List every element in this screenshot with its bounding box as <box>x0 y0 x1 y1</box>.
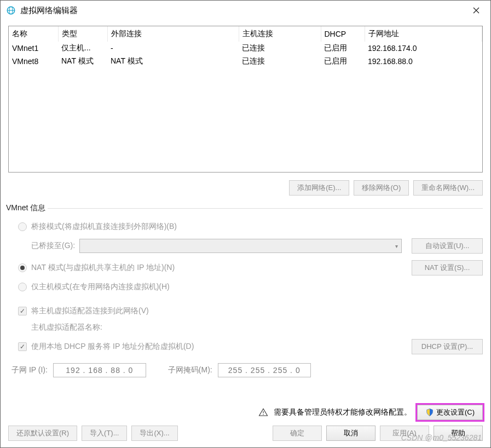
cell-host: 已连接 <box>239 55 321 68</box>
ok-button[interactable]: 确定 <box>273 426 322 441</box>
subnet-mask-label: 子网掩码(M): <box>168 365 212 375</box>
remove-network-button[interactable]: 移除网络(O) <box>354 180 409 196</box>
change-settings-label: 更改设置(C) <box>436 407 475 417</box>
import-button[interactable]: 导入(T)... <box>82 426 127 441</box>
vmnet-info-legend: VMnet 信息 <box>6 203 48 213</box>
titlebar: 虚拟网络编辑器 <box>1 1 490 20</box>
bridge-mode-row: 桥接模式(将虚拟机直接连接到外部网络)(B) <box>8 219 483 235</box>
bridge-to-combo[interactable]: ▾ <box>79 239 402 253</box>
nat-settings-button[interactable]: NAT 设置(S)... <box>412 260 483 275</box>
bridge-to-label: 已桥接至(G): <box>31 241 75 251</box>
col-host-conn[interactable]: 主机连接 <box>239 26 321 42</box>
subnet-ip-input[interactable]: 192 . 168 . 88 . 0 <box>53 363 146 377</box>
cell-dhcp: 已启用 <box>321 55 365 68</box>
connect-host-label: 将主机虚拟适配器连接到此网络(V) <box>31 306 149 316</box>
close-button[interactable] <box>464 2 488 19</box>
cell-subnet: 192.168.88.0 <box>365 55 482 68</box>
col-dhcp[interactable]: DHCP <box>321 26 365 42</box>
nat-radio-label: NAT 模式(与虚拟机共享主机的 IP 地址)(N) <box>31 263 175 273</box>
table-header-row: 名称 类型 外部连接 主机连接 DHCP 子网地址 <box>9 26 482 42</box>
subnet-ip-label: 子网 IP (I): <box>11 365 48 375</box>
bridge-radio-label: 桥接模式(将虚拟机直接连接到外部网络)(B) <box>31 222 177 232</box>
nat-radio[interactable] <box>18 263 27 272</box>
warning-icon <box>258 407 268 417</box>
dhcp-row: 使用本地 DHCP 服务将 IP 地址分配给虚拟机(D) DHCP 设置(P).… <box>8 336 483 358</box>
apply-button[interactable]: 应用(A) <box>380 426 429 441</box>
network-table[interactable]: 名称 类型 外部连接 主机连接 DHCP 子网地址 VMnet1 仅主机... … <box>8 26 483 173</box>
cell-ext: - <box>107 42 239 55</box>
dhcp-check[interactable] <box>18 342 27 351</box>
hostonly-radio-label: 仅主机模式(在专用网络内连接虚拟机)(H) <box>31 282 170 292</box>
vmnet-info-group: VMnet 信息 桥接模式(将虚拟机直接连接到外部网络)(B) 已桥接至(G):… <box>8 203 483 381</box>
cell-subnet: 192.168.174.0 <box>365 42 482 55</box>
connect-host-check[interactable] <box>18 307 27 315</box>
nat-mode-row: NAT 模式(与虚拟机共享主机的 IP 地址)(N) NAT 设置(S)... <box>8 257 483 279</box>
col-type[interactable]: 类型 <box>58 26 107 42</box>
col-subnet[interactable]: 子网地址 <box>365 26 482 42</box>
cell-name: VMnet1 <box>9 42 58 55</box>
shield-icon <box>425 408 434 417</box>
admin-message: 需要具备管理员特权才能修改网络配置。 <box>274 407 412 417</box>
restore-defaults-button[interactable]: 还原默认设置(R) <box>8 426 77 441</box>
export-button[interactable]: 导出(X)... <box>131 426 177 441</box>
hostonly-mode-row: 仅主机模式(在专用网络内连接虚拟机)(H) <box>8 279 483 295</box>
adapter-name-row: 主机虚拟适配器名称: <box>8 319 483 336</box>
table-row[interactable]: VMnet8 NAT 模式 NAT 模式 已连接 已启用 192.168.88.… <box>9 55 482 68</box>
bridge-to-row: 已桥接至(G): ▾ 自动设置(U)... <box>8 235 483 257</box>
dhcp-check-label: 使用本地 DHCP 服务将 IP 地址分配给虚拟机(D) <box>31 342 194 352</box>
cell-ext: NAT 模式 <box>107 55 239 68</box>
rename-network-button[interactable]: 重命名网络(W)... <box>413 180 483 196</box>
help-button[interactable]: 帮助 <box>434 426 483 441</box>
svg-point-6 <box>263 414 264 415</box>
bridge-radio[interactable] <box>18 222 27 231</box>
connect-host-row: 将主机虚拟适配器连接到此网络(V) <box>8 303 483 319</box>
admin-notice-row: 需要具备管理员特权才能修改网络配置。 更改设置(C) <box>8 405 483 426</box>
adapter-name-label: 主机虚拟适配器名称: <box>31 323 102 332</box>
window-title: 虚拟网络编辑器 <box>20 5 464 16</box>
cell-dhcp: 已启用 <box>321 42 365 55</box>
table-row[interactable]: VMnet1 仅主机... - 已连接 已启用 192.168.174.0 <box>9 42 482 55</box>
col-external[interactable]: 外部连接 <box>107 26 239 42</box>
cell-type: NAT 模式 <box>58 55 107 68</box>
change-settings-button[interactable]: 更改设置(C) <box>417 405 483 420</box>
add-network-button[interactable]: 添加网络(E)... <box>289 180 349 196</box>
cell-type: 仅主机... <box>58 42 107 55</box>
auto-settings-button[interactable]: 自动设置(U)... <box>412 238 483 254</box>
cell-host: 已连接 <box>239 42 321 55</box>
subnet-row: 子网 IP (I): 192 . 168 . 88 . 0 子网掩码(M): 2… <box>8 358 483 377</box>
globe-icon <box>6 5 16 15</box>
footer-buttons: 还原默认设置(R) 导入(T)... 导出(X)... 确定 取消 应用(A) … <box>1 426 490 447</box>
subnet-mask-input[interactable]: 255 . 255 . 255 . 0 <box>218 363 311 377</box>
content-area: 名称 类型 外部连接 主机连接 DHCP 子网地址 VMnet1 仅主机... … <box>1 20 490 426</box>
virtual-network-editor-window: 虚拟网络编辑器 名称 类型 外部连接 主机连接 DHCP 子网地址 <box>0 0 491 448</box>
dhcp-settings-button[interactable]: DHCP 设置(P)... <box>412 339 483 354</box>
network-buttons-row: 添加网络(E)... 移除网络(O) 重命名网络(W)... <box>8 180 483 196</box>
col-name[interactable]: 名称 <box>9 26 58 42</box>
hostonly-radio[interactable] <box>18 283 27 291</box>
chevron-down-icon: ▾ <box>395 243 398 249</box>
cancel-button[interactable]: 取消 <box>326 426 376 441</box>
cell-name: VMnet8 <box>9 55 58 68</box>
